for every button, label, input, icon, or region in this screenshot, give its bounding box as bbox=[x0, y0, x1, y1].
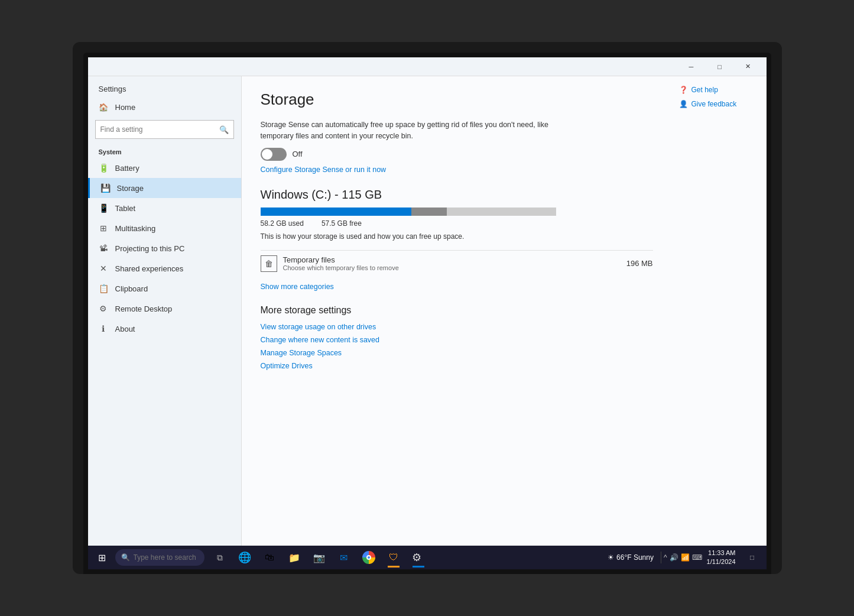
storage-stats: 58.2 GB used 57.5 GB free bbox=[261, 219, 653, 228]
storage-bar-used bbox=[261, 208, 411, 216]
multitasking-icon: ⊞ bbox=[99, 223, 108, 233]
system-clock[interactable]: 11:33 AM 1/11/2024 bbox=[703, 549, 739, 567]
temp-files-sub[interactable]: Choose which temporary files to remove bbox=[283, 264, 621, 271]
sidebar-item-label: Projecting to this PC bbox=[115, 244, 185, 253]
norton-icon: 🛡 bbox=[389, 552, 398, 563]
taskbar-edge[interactable]: 🌐 bbox=[233, 546, 256, 569]
sidebar-item-label: Multitasking bbox=[115, 224, 156, 233]
help-sidebar: ❓ Get help 👤 Give feedback bbox=[672, 76, 767, 546]
taskbar: ⊞ 🔍 ⧉ 🌐 🛍 📁 📷 bbox=[88, 546, 767, 569]
sidebar-item-label: Shared experiences bbox=[115, 264, 184, 273]
sidebar-item-projecting[interactable]: 📽 Projecting to this PC bbox=[88, 238, 241, 258]
taskbar-divider bbox=[661, 552, 661, 563]
storage-bar-other bbox=[411, 208, 447, 216]
taskbar-weather[interactable]: ☀ 66°F Sunny bbox=[603, 553, 658, 562]
storage-bar bbox=[261, 208, 556, 216]
sidebar-item-about[interactable]: ℹ About bbox=[88, 319, 241, 339]
home-label: Home bbox=[115, 103, 136, 112]
toggle-knob bbox=[262, 149, 272, 160]
show-more-link[interactable]: Show more categories bbox=[261, 283, 653, 291]
about-icon: ℹ bbox=[99, 324, 108, 333]
search-box[interactable]: 🔍 bbox=[95, 120, 234, 139]
manage-spaces-link[interactable]: Manage Storage Spaces bbox=[261, 349, 653, 357]
taskbar-photos[interactable]: 📷 bbox=[307, 546, 331, 569]
sidebar-item-label: Remote Desktop bbox=[115, 304, 173, 313]
search-input[interactable] bbox=[96, 125, 215, 134]
remote-icon: ⚙ bbox=[99, 304, 108, 313]
taskbar-files[interactable]: 📁 bbox=[282, 546, 306, 569]
storage-desc: This is how your storage is used and how… bbox=[261, 232, 653, 241]
sidebar-item-remote[interactable]: ⚙ Remote Desktop bbox=[88, 299, 241, 319]
taskbar-search-input[interactable] bbox=[134, 553, 199, 562]
maximize-button[interactable]: □ bbox=[706, 58, 733, 76]
temp-files-name: Temporary files bbox=[283, 255, 621, 264]
sidebar-item-shared[interactable]: ✕ Shared experiences bbox=[88, 258, 241, 278]
weather-icon: ☀ bbox=[608, 553, 614, 562]
feedback-label: Give feedback bbox=[691, 100, 737, 108]
taskbar-norton[interactable]: 🛡 bbox=[382, 546, 405, 569]
view-storage-link[interactable]: View storage usage on other drives bbox=[261, 323, 653, 331]
sidebar-item-home[interactable]: 🏠 Home bbox=[88, 98, 241, 116]
close-button[interactable]: ✕ bbox=[735, 58, 762, 76]
help-icon: ❓ bbox=[679, 86, 688, 94]
system-tray[interactable]: ^ 🔊 📶 ⌨ bbox=[664, 553, 702, 562]
window-content: Settings 🏠 Home 🔍 System 🔋 Battery bbox=[88, 76, 767, 546]
weather-text: 66°F Sunny bbox=[616, 553, 654, 562]
main-content: Storage Storage Sense can automatically … bbox=[242, 76, 672, 546]
taskbar-search[interactable]: 🔍 bbox=[115, 549, 204, 566]
sidebar-item-storage[interactable]: 💾 Storage bbox=[88, 178, 241, 198]
storage-sense-description: Storage Sense can automatically free up … bbox=[261, 119, 568, 142]
sidebar-item-label: Clipboard bbox=[115, 284, 148, 293]
change-content-link[interactable]: Change where new content is saved bbox=[261, 336, 653, 344]
sidebar-section-label: System bbox=[88, 142, 241, 158]
start-button[interactable]: ⊞ bbox=[90, 546, 114, 569]
temp-files-size: 196 MB bbox=[626, 259, 653, 268]
keyboard-icon[interactable]: ⌨ bbox=[692, 553, 702, 562]
sidebar-item-clipboard[interactable]: 📋 Clipboard bbox=[88, 278, 241, 299]
storage-icon: 💾 bbox=[100, 183, 110, 193]
optimize-drives-link[interactable]: Optimize Drives bbox=[261, 362, 653, 370]
sidebar: Settings 🏠 Home 🔍 System 🔋 Battery bbox=[88, 76, 242, 546]
feedback-icon: 👤 bbox=[679, 100, 688, 108]
app-title: Settings bbox=[88, 76, 241, 98]
speaker-icon[interactable]: 🔊 bbox=[670, 553, 678, 562]
trash-icon: 🗑 bbox=[261, 255, 277, 272]
store-icon: 🛍 bbox=[265, 552, 274, 563]
configure-link[interactable]: Configure Storage Sense or run it now bbox=[261, 166, 653, 174]
page-title: Storage bbox=[261, 90, 653, 109]
tray-chevron[interactable]: ^ bbox=[664, 553, 667, 562]
file-explorer-icon: 📁 bbox=[288, 552, 300, 563]
home-icon: 🏠 bbox=[99, 103, 108, 112]
more-storage-title: More storage settings bbox=[261, 305, 653, 316]
settings-cog-icon: ⚙ bbox=[412, 551, 425, 564]
taskbar-search-icon: 🔍 bbox=[121, 553, 130, 562]
show-desktop-button[interactable]: □ bbox=[741, 546, 764, 569]
taskbar-task-view[interactable]: ⧉ bbox=[208, 546, 232, 569]
mail-icon: ✉ bbox=[340, 552, 348, 563]
edge-icon: 🌐 bbox=[238, 551, 251, 564]
minimize-button[interactable]: ─ bbox=[678, 58, 705, 76]
storage-sense-toggle[interactable] bbox=[261, 148, 287, 161]
temp-files-row: 🗑 Temporary files Choose which temporary… bbox=[261, 250, 653, 277]
battery-icon: 🔋 bbox=[99, 163, 108, 173]
sidebar-item-label: About bbox=[115, 325, 135, 333]
used-label: 58.2 GB used bbox=[261, 219, 304, 228]
sidebar-item-tablet[interactable]: 📱 Tablet bbox=[88, 198, 241, 218]
taskbar-chrome[interactable] bbox=[357, 546, 381, 569]
sidebar-item-battery[interactable]: 🔋 Battery bbox=[88, 158, 241, 178]
clock-time: 11:33 AM bbox=[707, 549, 736, 557]
get-help-link[interactable]: ❓ Get help bbox=[679, 86, 759, 94]
search-icon[interactable]: 🔍 bbox=[215, 120, 233, 139]
taskbar-mail[interactable]: ✉ bbox=[332, 546, 356, 569]
sidebar-item-multitasking[interactable]: ⊞ Multitasking bbox=[88, 218, 241, 238]
sidebar-item-label: Storage bbox=[117, 184, 144, 193]
clipboard-icon: 📋 bbox=[99, 284, 108, 293]
temp-files-info: Temporary files Choose which temporary f… bbox=[283, 255, 621, 271]
chrome-icon bbox=[362, 551, 375, 564]
free-label: 57.5 GB free bbox=[322, 219, 362, 228]
network-icon[interactable]: 📶 bbox=[681, 553, 690, 562]
feedback-link[interactable]: 👤 Give feedback bbox=[679, 100, 759, 108]
taskbar-store[interactable]: 🛍 bbox=[258, 546, 281, 569]
drive-title: Windows (C:) - 115 GB bbox=[261, 188, 653, 202]
taskbar-settings[interactable]: ⚙ bbox=[407, 546, 430, 569]
